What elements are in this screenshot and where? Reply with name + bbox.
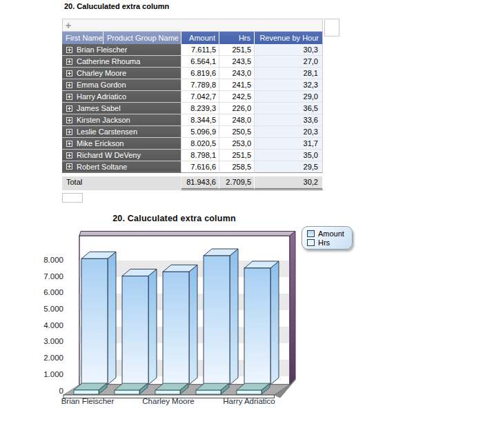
row-name: Kirsten Jackson (77, 114, 130, 125)
pivot-grid: 20. Caluculated extra column + First Nam… (62, 2, 345, 11)
amount-bar-side (189, 265, 197, 385)
expand-icon[interactable] (66, 163, 72, 170)
chart-legend: AmountHrs (302, 226, 353, 250)
amount-bar-side (148, 269, 157, 385)
revenue-cell: 33,6 (255, 114, 323, 126)
row-header-cell[interactable]: Catherine Rhouma (62, 56, 181, 68)
total-amount-cell: 81.943,6 (181, 176, 219, 190)
hrs-cell: 253,0 (219, 138, 255, 150)
row-header-cell[interactable]: James Sabel (62, 103, 181, 114)
table-row: Catherine Rhouma6.564,1243,527,0 (62, 56, 323, 68)
table-row: James Sabel8.239,3226,036,5 (62, 103, 323, 114)
expand-icon[interactable] (66, 105, 72, 112)
y-tick-label: 1.000 (43, 370, 63, 378)
wall-top-bevel (79, 232, 295, 236)
amount-cell: 7.611,5 (181, 44, 219, 56)
legend-label: Amount (318, 230, 344, 238)
hrs-cell: 258,5 (219, 161, 255, 173)
row-header-cell[interactable]: Leslie Carstensen (62, 126, 181, 138)
row-header-cell[interactable]: Richard W DeVeny (62, 150, 181, 161)
chart: 01.0002.0003.0004.0005.0006.0007.0008.00… (41, 210, 359, 417)
expand-icon[interactable] (66, 129, 72, 135)
header-amount[interactable]: Amount (181, 32, 219, 44)
table-row: Emma Gordon7.789,8241,532,3 (62, 79, 323, 91)
expand-icon[interactable] (66, 117, 72, 123)
revenue-cell: 35,0 (255, 150, 323, 161)
amount-bar-side (270, 261, 279, 385)
hrs-cell: 251,5 (219, 150, 255, 161)
revenue-cell: 28,1 (255, 68, 323, 79)
y-tick-label: 0 (59, 387, 63, 395)
header-first-name[interactable]: First Name (62, 32, 103, 44)
header-hrs[interactable]: Hrs (219, 32, 255, 44)
chart-title: 20. Caluculated extra column (41, 214, 307, 223)
total-row: Total 81.943,6 2.709,5 30,2 (62, 176, 323, 190)
hrs-bar (115, 390, 139, 394)
expand-icon[interactable] (66, 47, 72, 53)
expand-icon[interactable] (66, 94, 72, 100)
revenue-cell: 29,0 (255, 91, 323, 103)
amount-cell: 8.020,5 (181, 138, 219, 150)
amount-cell: 6.819,6 (181, 68, 219, 79)
prefilter-box[interactable] (62, 193, 83, 203)
row-header-cell[interactable]: Robert Soltane (62, 161, 181, 173)
x-tick-label: Harry Adriatico (223, 397, 275, 405)
row-name: Catherine Rhouma (77, 56, 140, 67)
table-row: Kirsten Jackson8.344,5248,033,6 (62, 114, 323, 126)
hrs-cell: 241,5 (219, 79, 255, 91)
amount-bar-side (230, 249, 238, 385)
total-revenue-cell: 30,2 (255, 176, 323, 190)
row-name: Charley Moore (77, 68, 126, 79)
expand-icon[interactable] (66, 152, 72, 159)
legend-item: Amount (307, 229, 352, 238)
pivot-rows: Brian Fleischer7.611,5251,530,3Catherine… (62, 44, 323, 173)
corner-box (324, 19, 339, 37)
amount-cell: 7.789,8 (181, 79, 219, 91)
table-row: Leslie Carstensen5.096,9250,520,3 (62, 126, 323, 138)
hrs-cell: 250,5 (219, 126, 255, 138)
amount-cell: 8.344,5 (181, 114, 219, 126)
row-header-cell[interactable]: Brian Fleischer (62, 44, 181, 56)
row-name: Emma Gordon (77, 79, 126, 90)
expand-icon[interactable] (66, 70, 72, 77)
row-header-cell[interactable]: Mike Erickson (62, 138, 181, 150)
legend-label: Hrs (318, 238, 330, 247)
total-label: Total (62, 176, 181, 190)
amount-bar (204, 256, 230, 385)
row-name: Harry Adriatico (77, 91, 126, 102)
table-row: Harry Adriatico7.042,7242,529,0 (62, 91, 323, 103)
row-name: James Sabel (77, 103, 121, 114)
row-name: Leslie Carstensen (77, 126, 137, 137)
row-header-cell[interactable]: Harry Adriatico (62, 91, 181, 103)
expand-icon[interactable] (66, 59, 72, 65)
add-field-icon[interactable]: + (63, 20, 71, 31)
y-tick-label: 2.000 (43, 354, 63, 362)
header-revenue-by-hour[interactable]: Revenue by Hour (255, 32, 323, 44)
hrs-bar (196, 390, 221, 394)
amount-cell: 7.042,7 (181, 91, 219, 103)
wall-right-bevel (290, 232, 295, 385)
row-header-cell[interactable]: Charley Moore (62, 68, 181, 79)
row-header-cell[interactable]: Emma Gordon (62, 79, 181, 91)
header-product-group[interactable]: Product Group Name (103, 32, 181, 44)
column-header-row: First Name Product Group Name Amount Hrs… (62, 32, 323, 44)
y-tick-label: 8.000 (43, 256, 63, 264)
expand-icon[interactable] (66, 82, 72, 88)
amount-bar (244, 268, 270, 385)
expand-icon[interactable] (66, 141, 72, 147)
table-row: Charley Moore6.819,6243,028,1 (62, 68, 323, 79)
y-tick-label: 5.000 (43, 305, 63, 313)
amount-cell: 7.616,6 (181, 161, 219, 173)
revenue-cell: 32,3 (255, 79, 323, 91)
row-name: Brian Fleischer (77, 44, 127, 55)
hrs-cell: 243,0 (219, 68, 255, 79)
revenue-cell: 31,7 (255, 138, 323, 150)
amount-bar-side (108, 252, 116, 385)
hrs-bar (237, 390, 262, 394)
hrs-bar (74, 390, 99, 394)
total-hrs-cell: 2.709,5 (219, 176, 255, 190)
row-header-cell[interactable]: Kirsten Jackson (62, 114, 181, 126)
pivot-toolbar: + (62, 19, 323, 32)
hrs-cell: 243,5 (219, 56, 255, 68)
revenue-cell: 27,0 (255, 56, 323, 68)
